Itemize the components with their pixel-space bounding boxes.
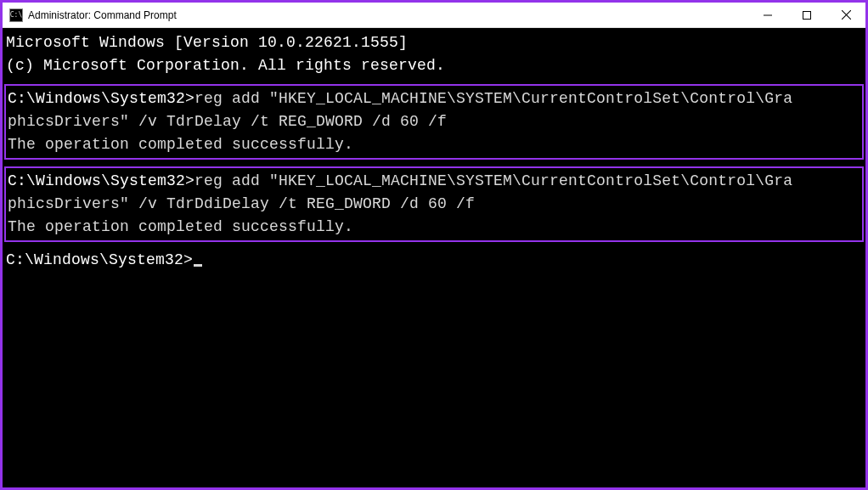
close-button[interactable]: [826, 3, 865, 27]
cursor-icon: [194, 264, 202, 267]
command-line-wrap: phicsDrivers" /v TdrDdiDelay /t REG_DWOR…: [8, 193, 860, 216]
prompt-line: C:\Windows\System32>: [6, 249, 862, 272]
window-controls: [748, 3, 865, 27]
maximize-button[interactable]: [787, 3, 826, 27]
banner-line: Microsoft Windows [Version 10.0.22621.15…: [6, 31, 862, 54]
highlighted-block-1: C:\Windows\System32>reg add "HKEY_LOCAL_…: [4, 84, 864, 160]
command-line: C:\Windows\System32>reg add "HKEY_LOCAL_…: [8, 87, 860, 110]
command-prompt-window: C:\ Administrator: Command Prompt Micros…: [3, 3, 865, 487]
terminal-content[interactable]: Microsoft Windows [Version 10.0.22621.15…: [3, 28, 865, 487]
cmd-icon: C:\: [9, 8, 23, 22]
minimize-button[interactable]: [748, 3, 787, 27]
command-result: The operation completed successfully.: [8, 216, 860, 239]
command-result: The operation completed successfully.: [8, 133, 860, 156]
window-titlebar[interactable]: C:\ Administrator: Command Prompt: [3, 3, 865, 28]
highlighted-block-2: C:\Windows\System32>reg add "HKEY_LOCAL_…: [4, 166, 864, 242]
banner-line: (c) Microsoft Corporation. All rights re…: [6, 54, 862, 77]
command-line-wrap: phicsDrivers" /v TdrDelay /t REG_DWORD /…: [8, 110, 860, 133]
svg-rect-1: [803, 11, 811, 19]
command-line: C:\Windows\System32>reg add "HKEY_LOCAL_…: [8, 170, 860, 193]
window-title: Administrator: Command Prompt: [28, 9, 748, 21]
